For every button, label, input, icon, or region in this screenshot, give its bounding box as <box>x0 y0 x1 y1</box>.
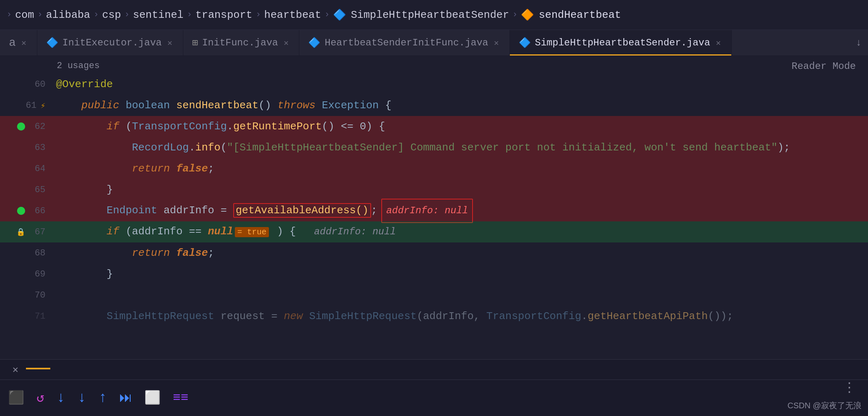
init-executor-icon: 🔷 <box>46 37 58 49</box>
tab-simple-http[interactable]: 🔷 SimpleHttpHeartbeatSender.java ✕ <box>510 30 732 56</box>
code-line-66: 66 Endpoint addrInfo = getAvailableAddre… <box>0 200 868 221</box>
breadcrumb-sep2: › <box>93 10 99 20</box>
true-label-67: = true <box>235 227 269 237</box>
gutter-61: 61 ⚡ <box>0 101 53 111</box>
line-content-69: } <box>53 264 868 285</box>
breadcrumb-arrow: › <box>6 10 12 20</box>
code-line-63: 63 RecordLog.info("[SimpleHttpHeartbeatS… <box>0 137 868 158</box>
tab-scroll-down[interactable]: ↓ <box>849 37 868 48</box>
bottom-close-button[interactable]: ✕ <box>6 360 24 378</box>
frames-button[interactable]: ≡≡ <box>173 390 188 405</box>
step-over-button[interactable]: ↓ <box>77 390 86 406</box>
tab-simple-http-close[interactable]: ✕ <box>714 37 722 49</box>
bottom-tab-bar: ✕ <box>0 360 868 380</box>
line-number-65: 65 <box>29 185 45 195</box>
line-number-62: 62 <box>29 122 45 132</box>
breadcrumb-csp[interactable]: csp <box>102 9 121 21</box>
breadcrumb-com[interactable]: com <box>15 9 34 21</box>
gutter-70: 70 <box>0 290 53 300</box>
debug-icon-61: ⚡ <box>41 101 45 111</box>
code-line-69: 69 } <box>0 264 868 285</box>
code-line-62: 62 if (TransportConfig.getRuntimePort() … <box>0 116 868 137</box>
bottom-toolbar: ⬛ ↺ ↓ ↓ ↑ ⏭ ⬜ ≡≡ <box>0 380 868 416</box>
simple-http-icon: 🔷 <box>519 37 531 49</box>
line-number-61: 61 <box>20 101 37 111</box>
class-icon: 🔷 <box>333 9 346 21</box>
tab-init-executor-close[interactable]: ✕ <box>166 37 174 49</box>
code-line-68: 68 return false; <box>0 242 868 264</box>
breakpoint-62[interactable] <box>17 122 25 131</box>
tab-init-func-label: InitFunc.java <box>202 37 278 48</box>
gutter-66: 66 <box>0 206 53 216</box>
gutter-68: 68 <box>0 248 53 258</box>
line-number-71: 71 <box>29 311 45 322</box>
method-highlight-box: getAvailableAddress() <box>233 203 371 218</box>
breakpoint-66[interactable] <box>17 207 25 215</box>
usages-hint: 2 usages <box>57 61 100 71</box>
tab-heartbeat-init-close[interactable]: ✕ <box>492 37 501 49</box>
inline-comment-67: addrInfo: null <box>302 226 395 237</box>
tab-init-executor[interactable]: 🔷 InitExecutor.java ✕ <box>37 30 183 56</box>
tab-heartbeat-init[interactable]: 🔷 HeartbeatSenderInitFunc.java ✕ <box>299 30 509 56</box>
inline-value-66: addrInfo: null <box>381 199 473 223</box>
line-number-70: 70 <box>29 290 45 300</box>
breadcrumb-heartbeat[interactable]: heartbeat <box>264 9 321 21</box>
bottom-panel: ✕ ⬛ ↺ ↓ ↓ ↑ ⏭ ⬜ ≡≡ <box>0 359 868 416</box>
tab-heartbeat-init-label: HeartbeatSenderInitFunc.java <box>324 37 488 48</box>
tab-prev[interactable]: a ✕ <box>0 30 37 56</box>
line-number-63: 63 <box>29 143 45 153</box>
gutter-65: 65 <box>0 185 53 195</box>
tab-prev-close[interactable]: ✕ <box>20 37 28 49</box>
line-number-64: 64 <box>29 164 45 174</box>
code-lines: 60 @Override 61 ⚡ public boolean sendHea… <box>0 56 868 327</box>
rerun-button[interactable]: ↺ <box>37 390 44 406</box>
breadcrumb-alibaba[interactable]: alibaba <box>46 9 90 21</box>
gutter-64: 64 <box>0 164 53 174</box>
stop-button[interactable]: ⬛ <box>8 390 24 406</box>
line-content-66: Endpoint addrInfo = getAvailableAddress(… <box>53 199 868 223</box>
tab-init-func-close[interactable]: ✕ <box>282 37 290 49</box>
tab-init-func[interactable]: ⊞ InitFunc.java ✕ <box>183 30 300 56</box>
line-content-60: @Override <box>53 74 868 95</box>
line-content-64: return false; <box>53 158 868 179</box>
breadcrumb-sentinel[interactable]: sentinel <box>133 9 184 21</box>
gutter-71: 71 <box>0 311 53 322</box>
line-content-61: public boolean sendHeartbeat() throws Ex… <box>53 95 868 116</box>
code-area: 2 usages Reader Mode 60 @Override 61 ⚡ p… <box>0 56 868 359</box>
bottom-tab-indicator <box>26 368 50 369</box>
tab-bar: a ✕ 🔷 InitExecutor.java ✕ ⊞ InitFunc.jav… <box>0 30 868 56</box>
line-content-71: SimpleHttpRequest request = new SimpleHt… <box>53 306 868 327</box>
line-content-62: if (TransportConfig.getRuntimePort() <= … <box>53 116 868 137</box>
breadcrumb-sep6: › <box>324 10 330 20</box>
step-into-button[interactable]: ↓ <box>56 390 65 406</box>
run-to-cursor-button[interactable]: ⏭ <box>119 390 132 406</box>
code-line-67: 🔒 67 if (addrInfo == null= true ) { addr… <box>0 221 868 242</box>
tab-prev-label: a <box>9 36 16 49</box>
tab-simple-http-label: SimpleHttpHeartbeatSender.java <box>535 37 710 48</box>
line-number-67: 67 <box>29 227 45 237</box>
line-content-65: } <box>53 179 868 200</box>
gutter-63: 63 <box>0 143 53 153</box>
breadcrumb-method[interactable]: sendHeartbeat <box>539 9 621 21</box>
tab-init-executor-label: InitExecutor.java <box>62 37 162 48</box>
code-line-71: 71 SimpleHttpRequest request = new Simpl… <box>0 306 868 327</box>
gutter-60: 60 <box>0 79 53 90</box>
breadcrumb-sep1: › <box>37 10 43 20</box>
reader-mode-button[interactable]: Reader Mode <box>792 61 856 72</box>
breadcrumb-transport[interactable]: transport <box>196 9 252 21</box>
evaluate-button[interactable]: ⬜ <box>144 390 161 406</box>
gutter-67: 🔒 67 <box>0 227 53 237</box>
code-line-65: 65 } <box>0 179 868 200</box>
method-icon: 🔶 <box>521 9 534 21</box>
watermark: CSDN @寂夜了无浪 <box>787 400 862 411</box>
code-line-64: 64 return false; <box>0 158 868 179</box>
step-out-button[interactable]: ↑ <box>98 390 107 406</box>
code-line-60: 60 @Override <box>0 74 868 95</box>
line-number-66: 66 <box>29 206 45 216</box>
breadcrumb-sep5: › <box>256 10 261 20</box>
breadcrumb-class[interactable]: SimpleHttpHeartbeatSender <box>351 9 509 21</box>
more-options-button[interactable]: ⋮ <box>843 380 856 396</box>
gutter-62: 62 <box>0 122 53 132</box>
code-line-70: 70 <box>0 285 868 306</box>
code-line-61: 61 ⚡ public boolean sendHeartbeat() thro… <box>0 95 868 116</box>
